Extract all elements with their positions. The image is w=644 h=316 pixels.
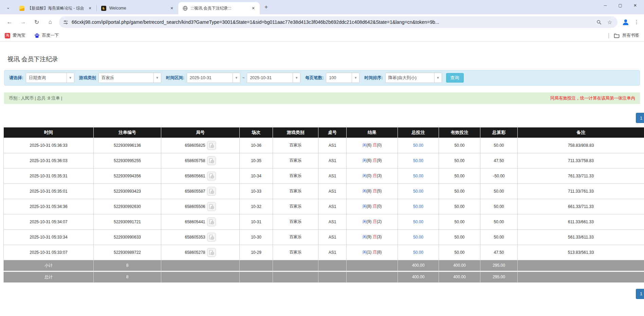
home-button[interactable]: ⌂: [45, 17, 56, 28]
address-bar[interactable]: 66cxkj98.com/ipl/portal.php/game/betreco…: [59, 16, 618, 28]
cell-table-no: AS1: [318, 245, 347, 260]
tab-forum[interactable]: 【新提醒】海燕策略论坛 - 综合 ✕: [15, 2, 96, 14]
total-bet-link[interactable]: 50.00: [413, 250, 423, 255]
cell-round: 658605661: [161, 168, 240, 183]
cell-game: 百家乐: [273, 183, 318, 199]
tab-strip: ⌄ 【新提醒】海燕策略论坛 - 综合 ✕ ♞ Welcome ✕ :::视讯 会…: [0, 0, 644, 14]
cell-round: 658605587: [161, 183, 240, 199]
bet-records-table: 时间 注单编号 局号 场次 游戏类别 桌号 结果 总投注 有效投注 总派彩 备注…: [3, 127, 644, 283]
video-replay-icon[interactable]: [207, 202, 216, 211]
close-icon[interactable]: ✕: [169, 5, 175, 11]
total-bet-link[interactable]: 50.00: [413, 220, 423, 224]
date-from-select[interactable]: 2025-10-31 ▼: [187, 73, 240, 83]
cell-time: 2025-10-31 05:33:34: [4, 229, 94, 245]
pagination-bottom: 1: [0, 289, 644, 299]
col-payout: 总派彩: [480, 127, 518, 138]
cell-note: 611.33/661.33: [518, 214, 644, 229]
cell-valid-bet: 50.00: [439, 138, 480, 153]
date-to-select[interactable]: 2025-10-31 ▼: [247, 73, 300, 83]
cell-payout: 50.00: [480, 183, 518, 199]
cell-note: 711.33/761.33: [518, 183, 644, 199]
page-title: 视讯 会员下注纪录: [7, 55, 644, 63]
cell-payout: 47.50: [480, 245, 518, 260]
chevron-down-icon: ▼: [233, 73, 240, 83]
bookmark-star-icon[interactable]: ☆: [605, 18, 614, 27]
cell-round: 658605441: [161, 214, 240, 229]
chevron-down-icon: ▼: [153, 73, 161, 83]
game-type-select[interactable]: 百家乐 ▼: [98, 73, 161, 83]
close-icon[interactable]: ✕: [87, 5, 93, 11]
baidu-paw-icon: [34, 33, 40, 38]
search-button[interactable]: 查询: [446, 73, 464, 83]
video-replay-icon[interactable]: [207, 172, 216, 180]
cell-session: 10-30: [240, 229, 273, 245]
cell-time: 2025-10-31 05:36:03: [4, 153, 94, 168]
tab-bet-record[interactable]: :::视讯 会员下注纪录::: ✕: [178, 2, 260, 14]
cell-note: 561.33/611.33: [518, 229, 644, 245]
video-replay-icon[interactable]: [207, 187, 216, 196]
all-bookmarks-label: 所有书签: [622, 33, 639, 38]
cell-result: 闲(9) 庄(2): [347, 214, 398, 229]
video-replay-icon[interactable]: [207, 233, 216, 242]
col-note: 备注: [518, 127, 644, 138]
cell-valid-bet: 50.00: [439, 214, 480, 229]
site-settings-icon[interactable]: [63, 20, 68, 25]
close-icon[interactable]: ✕: [250, 5, 256, 11]
col-time: 时间: [4, 127, 94, 138]
query-type-select[interactable]: 日期查询 ▼: [26, 73, 74, 83]
cell-game: 百家乐: [273, 168, 318, 183]
bookmark-baidu[interactable]: 百度一下: [34, 33, 59, 38]
cell-payout: 50.00: [480, 138, 518, 153]
video-replay-icon[interactable]: [207, 217, 216, 226]
browser-chrome: ⌄ 【新提醒】海燕策略论坛 - 综合 ✕ ♞ Welcome ✕ :::视讯 会…: [0, 0, 644, 41]
close-window-button[interactable]: ✕: [628, 0, 643, 11]
cell-total-bet: 50.00: [398, 168, 439, 183]
page-size-select[interactable]: 100 ▼: [326, 73, 360, 83]
tab-title: Welcome: [109, 6, 166, 11]
forward-button[interactable]: →: [18, 17, 29, 28]
page-1-button[interactable]: 1: [636, 289, 644, 299]
zoom-icon[interactable]: [594, 18, 603, 27]
subtotal-payout: 295.00: [480, 260, 518, 271]
tab-welcome[interactable]: ♞ Welcome ✕: [97, 2, 178, 14]
cell-result: 闲(9) 庄(3): [347, 229, 398, 245]
cell-result: 闲(6) 庄(0): [347, 138, 398, 153]
new-tab-button[interactable]: +: [262, 3, 271, 12]
table-row: 2025-10-31 05:33:07 522930989722 6586052…: [4, 245, 644, 260]
total-bet-link[interactable]: 50.00: [413, 143, 423, 148]
reload-button[interactable]: ↻: [31, 17, 42, 28]
video-replay-icon[interactable]: [207, 248, 216, 257]
sort-select[interactable]: 降幂(由大到小) ▼: [385, 73, 442, 83]
col-game-type: 游戏类别: [273, 127, 318, 138]
video-replay-icon[interactable]: [207, 156, 216, 165]
cell-session: 10-35: [240, 153, 273, 168]
date-range-label: 时间区间:: [166, 75, 184, 81]
total-bet-link[interactable]: 50.00: [413, 204, 423, 209]
all-bookmarks-button[interactable]: 所有书签: [614, 33, 639, 38]
total-bet-link[interactable]: 50.00: [413, 189, 423, 194]
video-replay-icon[interactable]: [207, 141, 216, 150]
bookmark-taobao[interactable]: 淘 爱淘宝: [5, 33, 25, 38]
back-button[interactable]: ←: [4, 17, 15, 28]
minimize-button[interactable]: ─: [598, 0, 613, 11]
maximize-button[interactable]: ▢: [613, 0, 628, 11]
total-payout: 295.00: [480, 271, 518, 282]
cell-bet-id: 522930996136: [94, 138, 161, 153]
total-label: 总计: [4, 271, 94, 282]
cell-round: 658605278: [161, 245, 240, 260]
total-bet-link[interactable]: 50.00: [413, 235, 423, 240]
cell-time: 2025-10-31 05:33:07: [4, 245, 94, 260]
cell-bet-id: 522930989722: [94, 245, 161, 260]
folder-icon: [614, 33, 620, 38]
cell-session: 10-31: [240, 214, 273, 229]
tab-search-button[interactable]: ⌄: [3, 2, 13, 12]
page-1-button[interactable]: 1: [636, 113, 644, 123]
total-bet-link[interactable]: 50.00: [413, 158, 423, 163]
browser-menu-icon[interactable]: ⋮: [632, 17, 641, 28]
total-bet-link[interactable]: 50.00: [413, 174, 423, 178]
profile-avatar[interactable]: [620, 17, 631, 28]
cell-valid-bet: 50.00: [439, 153, 480, 168]
cell-table-no: AS1: [318, 168, 347, 183]
col-table-no: 桌号: [318, 127, 347, 138]
cell-time: 2025-10-31 05:36:33: [4, 138, 94, 153]
